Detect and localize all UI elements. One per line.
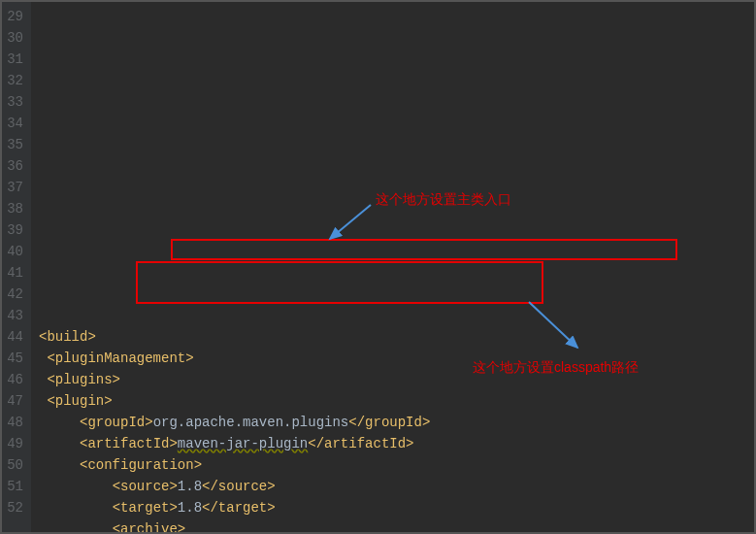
xml-text [39,500,113,516]
code-line[interactable]: <archive> [39,518,754,534]
xml-text: org.apache.maven.plugins [153,415,349,430]
xml-tag: <build> [39,329,96,345]
line-number: 40 [6,241,23,262]
xml-text-warning: maven-jar-plugin [178,436,308,451]
code-line[interactable]: <configuration> [39,454,754,476]
line-number: 44 [6,326,23,348]
highlight-box-mainclass [171,239,677,260]
xml-tag: <source> [113,479,178,494]
line-number: 42 [6,284,23,305]
xml-text: 1.8 [178,479,202,494]
xml-tag: <configuration> [80,457,202,473]
line-number: 37 [6,177,23,198]
xml-text: 1.8 [178,500,202,516]
svg-line-0 [330,205,371,239]
xml-tag: <target> [113,500,178,516]
annotation-top: 这个地方设置主类入口 [376,188,511,210]
line-number: 43 [6,305,23,326]
code-line[interactable]: <plugin> [39,390,754,412]
line-number: 45 [6,348,23,369]
line-number: 34 [6,113,23,134]
code-editor: 2930313233343536373839404142434445464748… [2,2,754,532]
xml-tag: <plugins> [47,372,120,387]
xml-tag: </target> [202,500,276,516]
line-number: 35 [6,134,23,155]
highlight-box-classpath [136,261,543,304]
xml-tag: </artifactId> [308,436,413,451]
xml-text [39,521,113,534]
line-number: 38 [6,198,23,219]
xml-tag: <artifactId> [80,436,178,451]
xml-text [39,415,80,430]
xml-tag: </source> [202,479,276,494]
xml-tag: <pluginManagement> [47,350,193,366]
xml-tag: <archive> [113,521,186,534]
line-number: 52 [6,497,23,518]
line-number: 48 [6,412,23,433]
code-line[interactable]: <pluginManagement> [39,348,754,369]
xml-text [39,457,80,473]
line-number: 41 [6,262,23,284]
line-number: 32 [6,70,23,91]
xml-text [39,479,113,494]
arrow-top [322,200,380,249]
xml-tag: </groupId> [348,415,430,430]
code-pane[interactable]: 这个地方设置主类入口 这个地方设置classpath路径 <build> <pl… [31,2,754,532]
line-number: 39 [6,219,23,241]
line-number: 51 [6,476,23,497]
code-line[interactable]: <source>1.8</source> [39,476,754,497]
code-line[interactable]: <artifactId>maven-jar-plugin</artifactId… [39,433,754,454]
code-line[interactable]: <build> [39,326,754,348]
xml-text [39,436,80,451]
code-line[interactable]: <target>1.8</target> [39,497,754,518]
xml-tag: <plugin> [47,393,112,409]
line-number: 30 [6,27,23,49]
line-number: 31 [6,49,23,70]
xml-tag: <groupId> [80,415,153,430]
line-number: 49 [6,433,23,454]
line-number: 33 [6,91,23,113]
line-number-gutter: 2930313233343536373839404142434445464748… [2,2,31,532]
line-number: 50 [6,454,23,476]
line-number: 36 [6,155,23,177]
code-line[interactable]: <groupId>org.apache.maven.plugins</group… [39,412,754,433]
line-number: 47 [6,390,23,412]
code-line[interactable]: <plugins> [39,369,754,390]
line-number: 29 [6,6,23,27]
line-number: 46 [6,369,23,390]
